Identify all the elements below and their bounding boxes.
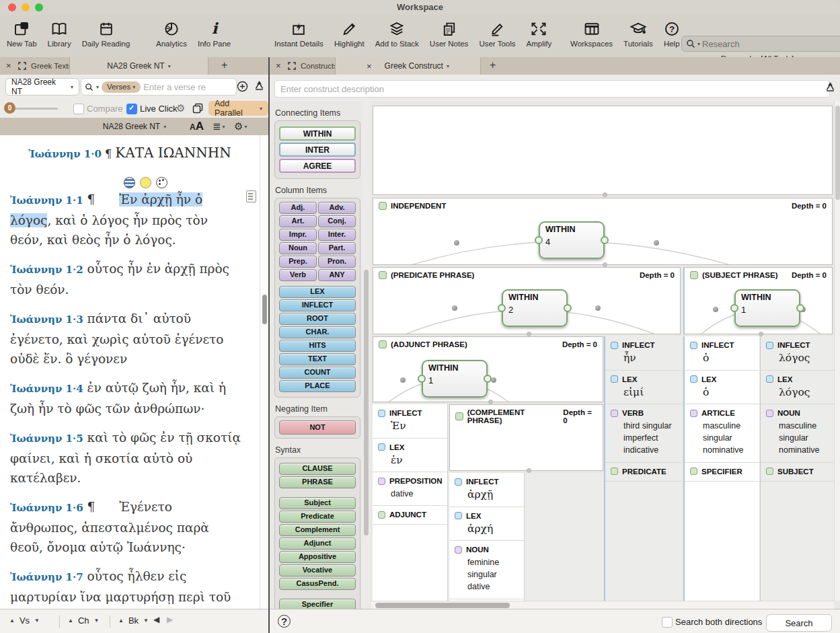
construct-item-text[interactable]: TEXT [279, 353, 356, 365]
verse-search-field[interactable]: ▾ Verses▾ Enter a verse re [81, 78, 237, 96]
construct-item-part[interactable]: Part. [318, 242, 356, 254]
adjunct-phrase-panel[interactable]: (ADJUNCT PHRASE) Depth = 0 WITHIN 1 [373, 336, 603, 402]
construct-cell-lex[interactable]: LEXἐν [373, 439, 447, 473]
node-connector[interactable] [484, 375, 492, 383]
construct-item-adj[interactable]: Adj. [279, 202, 317, 214]
within-node[interactable]: WITHIN 2 [502, 289, 568, 327]
help-circle-icon[interactable]: ? [278, 615, 291, 628]
tab-greek-construct[interactable]: × Greek Construct▾ [335, 57, 481, 75]
tab-na28-greek-nt[interactable]: NA28 Greek NT▾ [69, 57, 208, 75]
compare-slider-knob[interactable]: 0 [4, 102, 15, 114]
construct-item-within[interactable]: WITHIN [279, 126, 356, 141]
construct-item-lex[interactable]: LEX [279, 286, 356, 298]
verse-ref[interactable]: Ἰωάννην 1·7 [10, 571, 83, 583]
search-button[interactable]: Search [766, 614, 832, 632]
research-search-field[interactable]: ▾ Research [681, 36, 840, 52]
construct-cell-inflect[interactable]: INFLECTὁ [685, 336, 759, 371]
close-zone-icon[interactable]: × [6, 61, 11, 70]
verse-stepper[interactable]: ▲Vs▼ [9, 616, 40, 626]
text-scrollbar[interactable] [260, 135, 269, 609]
pane-settings-gear-icon[interactable]: ⚙▾ [234, 120, 247, 133]
construct-cell-inflect[interactable]: INFLECTἀρχῇ [449, 473, 524, 507]
node-connector[interactable] [601, 236, 609, 244]
verse[interactable]: Ἰωάννην 1·4 ἐν αὐτῷ ζωὴ ἦν, καὶ ἡ ζωὴ ἦν… [10, 378, 243, 418]
within-node[interactable]: WITHIN 1 [422, 360, 488, 398]
construct-item-art[interactable]: Art. [279, 215, 317, 227]
construct-cell-verb[interactable]: VERBthird singular imperfect indicative [605, 404, 682, 462]
canvas-h-thumb[interactable] [375, 603, 510, 608]
live-click-gear-icon[interactable]: ⚙ [176, 102, 185, 114]
construct-cell-inflect[interactable]: INFLECTἦν [605, 336, 682, 371]
user-note-icon[interactable] [246, 190, 256, 202]
construct-item-vocative[interactable]: Vocative [279, 564, 356, 576]
close-zone-icon[interactable]: × [276, 61, 281, 70]
toolbar-user-notes[interactable]: User Notes [430, 19, 469, 48]
verse[interactable]: Ἰωάννην 1·5 καὶ τὸ φῶς ἐν τῇ σκοτίᾳ φαίν… [10, 428, 243, 488]
within-node[interactable]: WITHIN 4 [539, 221, 605, 259]
verse-ref[interactable]: Ἰωάννην 1·0 [28, 148, 102, 160]
construct-item-agree[interactable]: AGREE [279, 159, 356, 173]
column-hn[interactable]: INFLECTἦνLEXεἰμίVERBthird singular imper… [604, 336, 682, 601]
verse[interactable]: Ἰωάννην 1·2 οὗτος ἦν ἐν ἀρχῇ πρὸς τὸν θε… [10, 259, 243, 299]
construct-cell-predicate[interactable]: PREDICATE [605, 463, 682, 482]
pane-text-selector[interactable]: NA28 Greek NT▾ [74, 118, 195, 135]
toolbar-info-pane[interactable]: iInfo Pane [198, 19, 231, 48]
canvas-h-scrollbar[interactable] [371, 601, 834, 609]
construct-item-impr[interactable]: Impr. [279, 229, 317, 241]
construct-cell-noun[interactable]: NOUNmasculine singular nominative [761, 404, 834, 462]
complement-phrase-panel[interactable]: (COMPLEMENT PHRASE) Depth = 0 [449, 404, 603, 471]
recycle-icon[interactable] [825, 82, 836, 94]
expand-icon[interactable] [18, 62, 26, 70]
construct-cell-lex[interactable]: LEXὁ [685, 371, 759, 405]
construct-item-root[interactable]: ROOT [279, 313, 356, 325]
node-connector[interactable] [535, 236, 543, 244]
verse-ref[interactable]: Ἰωάννην 1·1 [10, 194, 83, 207]
predicate-phrase-panel[interactable]: (PREDICATE PHRASE) Depth = 0 WITHIN 2 [373, 267, 681, 334]
book-stepper[interactable]: ▲Bk▼ [118, 616, 149, 626]
construct-item-casuspend[interactable]: CasusPend. [279, 578, 356, 590]
construct-item-conj[interactable]: Conj. [318, 215, 356, 227]
construct-item-clause[interactable]: CLAUSE [279, 463, 356, 475]
construct-item-verb[interactable]: Verb [279, 269, 317, 281]
verse[interactable]: Ἰωάννην 1·3 πάντα δι᾿ αὐτοῦ ἐγένετο, καὶ… [10, 309, 243, 369]
construct-item-complement[interactable]: Complement [279, 524, 356, 536]
construct-cell-noun[interactable]: NOUNfeminine singular dative [449, 541, 524, 599]
toolbar-daily-reading[interactable]: Daily Reading [82, 19, 130, 48]
construct-cell-lex[interactable]: LEXεἰμί [605, 371, 682, 405]
subject-phrase-panel[interactable]: (SUBJECT PHRASE) Depth = 0 WITHIN 1 [683, 267, 833, 334]
add-parallel-button[interactable]: Add Parallel▾ [208, 101, 268, 116]
history-back-icon[interactable]: ◀ [153, 615, 159, 624]
construct-cell-inflect[interactable]: INFLECTἘν [373, 404, 447, 439]
construct-item-prep[interactable]: Prep. [279, 256, 317, 268]
both-directions-checkbox[interactable] [662, 617, 673, 628]
palette-scrollbar-thumb[interactable] [364, 270, 369, 535]
node-connector[interactable] [498, 304, 506, 312]
construct-item-phrase[interactable]: PHRASE [279, 476, 356, 488]
verse[interactable]: Ἰωάννην 1·1 ¶ Ἐν ἀρχῇ ἦν ὁ λόγος, καὶ ὁ … [10, 190, 243, 250]
add-tab-button[interactable]: + [490, 59, 496, 71]
add-circle-icon[interactable] [237, 81, 248, 92]
within-node[interactable]: WITHIN 1 [734, 289, 800, 327]
palette-scrollbar[interactable] [362, 102, 370, 609]
greek-text-pane[interactable]: Ἰωάννην 1·0 ¶ ΚΑΤΑ ΙΩΑΝΝΗΝ Ἰωάννην 1·1 ¶… [0, 135, 260, 609]
construct-item-adjunct[interactable]: Adjunct [279, 537, 356, 550]
toolbar-instant-details[interactable]: Instant Details [274, 19, 323, 48]
toolbar-add-to-stack[interactable]: Add to Stack [375, 19, 419, 48]
construct-item-noun[interactable]: Noun [279, 242, 317, 254]
verse-ref[interactable]: Ἰωάννην 1·4 [10, 383, 83, 395]
live-click-checkbox[interactable] [126, 104, 137, 114]
duplicate-pane-icon[interactable] [192, 103, 203, 114]
paragraph-format-button[interactable]: ≣▾ [213, 120, 225, 133]
toolbar-new-tab[interactable]: New Tab [7, 19, 37, 48]
compare-slider-track[interactable] [9, 108, 58, 110]
independent-clause-panel[interactable]: INDEPENDENT Depth = 0 WITHIN 4 [373, 198, 833, 265]
construct-item-subject[interactable]: Subject [279, 497, 356, 509]
palette-icon[interactable] [156, 177, 167, 188]
construct-cell-specifier[interactable]: SPECIFIER [685, 463, 759, 482]
font-size-button[interactable]: AA [190, 120, 204, 133]
construct-item-appositive[interactable]: Appositive [279, 551, 356, 563]
construct-item-place[interactable]: PLACE [279, 380, 356, 392]
construct-item-pron[interactable]: Pron. [318, 256, 356, 268]
node-connector[interactable] [418, 375, 426, 383]
construct-item-char[interactable]: CHAR. [279, 326, 356, 338]
